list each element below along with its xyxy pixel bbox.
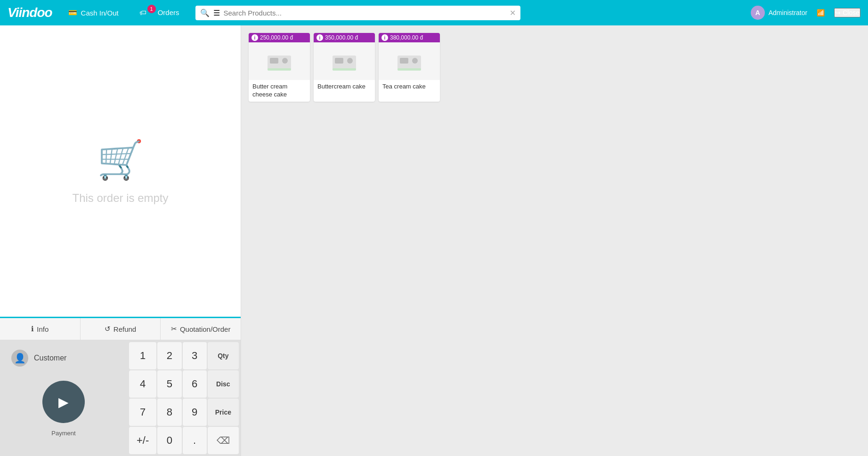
product-image <box>249 42 310 80</box>
customer-column: 👤 Customer ▶ Payment <box>0 340 127 456</box>
orders-button[interactable]: 🏷 1 Orders <box>135 7 184 19</box>
mode-price[interactable]: Price <box>208 399 239 426</box>
left-panel: 🛒 This order is empty ℹ Info ↺ Refund ✂ … <box>0 25 241 456</box>
main: 🛒 This order is empty ℹ Info ↺ Refund ✂ … <box>0 25 868 456</box>
bottom-bar: ℹ Info ↺ Refund ✂ Quotation/Order 👤 <box>0 317 241 456</box>
svg-rect-11 <box>397 68 421 71</box>
payment-label: Payment <box>51 430 75 437</box>
header: Viindoo 💳 Cash In/Out 🏷 1 Orders 🔍 ☰ ✕ A… <box>0 0 868 25</box>
search-clear-button[interactable]: ✕ <box>510 8 516 17</box>
product-name: Butter cream cheese cake <box>249 80 310 102</box>
key-5[interactable]: 5 <box>157 370 181 398</box>
svg-rect-3 <box>268 68 291 71</box>
search-icon: 🔍 <box>200 8 210 17</box>
tab-info[interactable]: ℹ Info <box>0 318 81 340</box>
cash-in-out-button[interactable]: 💳 Cash In/Out <box>64 7 123 19</box>
product-card[interactable]: i 350,000.00 đ Buttercream cake <box>314 33 375 102</box>
product-info-icon[interactable]: i <box>381 34 388 41</box>
keypad-area: 👤 Customer ▶ Payment 1 2 3 Qty <box>0 340 241 456</box>
key-9[interactable]: 9 <box>183 399 207 426</box>
key-4[interactable]: 4 <box>129 370 156 398</box>
key-6[interactable]: 6 <box>183 370 207 398</box>
product-name: Buttercream cake <box>314 80 375 97</box>
order-area: 🛒 This order is empty <box>0 25 241 317</box>
product-card[interactable]: i 250,000.00 đ Butter cream cheese cake <box>249 33 310 102</box>
product-card[interactable]: i 380,000.00 đ Tea cream cake <box>379 33 440 102</box>
search-bar: 🔍 ☰ ✕ <box>195 6 520 20</box>
mode-qty[interactable]: Qty <box>208 342 239 369</box>
search-input[interactable] <box>224 9 506 17</box>
admin-label: Administrator <box>769 9 807 16</box>
product-info-icon[interactable]: i <box>251 34 258 41</box>
right-panel: i 250,000.00 đ Butter cream cheese cake <box>241 25 868 456</box>
product-price: 250,000.00 đ <box>260 34 293 41</box>
tab-quotation[interactable]: ✂ Quotation/Order <box>161 318 241 340</box>
payment-arrow-icon: ▶ <box>58 394 69 410</box>
key-2[interactable]: 2 <box>157 342 181 369</box>
key-backspace[interactable]: ⌫ <box>208 427 239 454</box>
svg-rect-9 <box>400 58 408 64</box>
admin-avatar: A <box>751 6 765 20</box>
key-dot[interactable]: . <box>183 427 207 454</box>
orders-badge: 1 <box>147 5 156 13</box>
hamburger-icon: ☰ <box>213 8 220 17</box>
quotation-icon: ✂ <box>171 325 177 333</box>
key-3[interactable]: 3 <box>183 342 207 369</box>
product-image <box>379 42 440 80</box>
product-price-bar: i 250,000.00 đ <box>249 33 310 42</box>
tab-row: ℹ Info ↺ Refund ✂ Quotation/Order <box>0 318 241 340</box>
payment-button[interactable]: ▶ <box>42 381 85 423</box>
products-grid: i 250,000.00 đ Butter cream cheese cake <box>249 33 860 102</box>
mode-disc[interactable]: Disc <box>208 370 239 398</box>
cart-icon: 🛒 <box>97 138 144 182</box>
svg-point-10 <box>412 58 418 64</box>
product-thumbnail <box>330 48 358 74</box>
product-thumbnail <box>265 48 293 74</box>
cash-icon: 💳 <box>68 8 77 17</box>
close-button[interactable]: ↪ Close <box>834 8 860 17</box>
product-name: Tea cream cake <box>379 80 440 97</box>
admin-info: A Administrator <box>751 6 807 20</box>
refund-icon: ↺ <box>105 325 111 333</box>
info-icon: ℹ <box>31 325 34 333</box>
logo: Viindoo <box>8 5 52 20</box>
key-0[interactable]: 0 <box>157 427 181 454</box>
product-info-icon[interactable]: i <box>316 34 323 41</box>
product-thumbnail <box>395 48 423 74</box>
numpad: 1 2 3 Qty 4 5 6 Disc 7 8 9 Price +/- <box>127 340 241 456</box>
svg-rect-1 <box>270 58 278 64</box>
svg-rect-7 <box>333 68 356 71</box>
product-price: 380,000.00 đ <box>390 34 423 41</box>
key-1[interactable]: 1 <box>129 342 156 369</box>
key-8[interactable]: 8 <box>157 399 181 426</box>
close-icon: ↪ <box>835 9 841 16</box>
product-image <box>314 42 375 80</box>
svg-rect-5 <box>335 58 343 64</box>
customer-button[interactable]: 👤 Customer <box>4 344 123 372</box>
header-right: A Administrator 📶 ↪ Close <box>751 6 860 20</box>
product-price: 350,000.00 đ <box>325 34 358 41</box>
wifi-icon: 📶 <box>817 9 825 16</box>
key-plusminus[interactable]: +/- <box>129 427 156 454</box>
customer-icon: 👤 <box>11 350 28 367</box>
svg-point-6 <box>347 58 353 64</box>
product-price-bar: i 380,000.00 đ <box>379 33 440 42</box>
key-7[interactable]: 7 <box>129 399 156 426</box>
svg-point-2 <box>282 58 288 64</box>
empty-order-text: This order is empty <box>72 192 168 205</box>
product-price-bar: i 350,000.00 đ <box>314 33 375 42</box>
tab-refund[interactable]: ↺ Refund <box>81 318 161 340</box>
orders-icon: 🏷 <box>139 8 146 16</box>
